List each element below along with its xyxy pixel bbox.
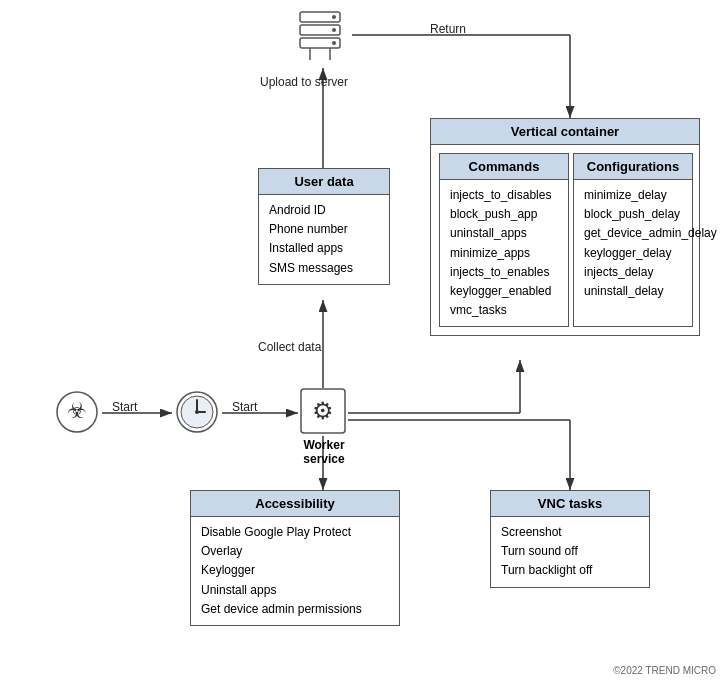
accessibility-box: Accessibility Disable Google Play Protec… bbox=[190, 490, 400, 626]
worker-service-icon: ⚙ bbox=[300, 388, 346, 434]
config-item: uninstall_delay bbox=[584, 282, 682, 301]
vnc-item: Turn backlight off bbox=[501, 561, 639, 580]
config-item: get_device_admin_delay bbox=[584, 224, 682, 243]
cmd-item: injects_to_disables bbox=[450, 186, 558, 205]
start-label-1: Start bbox=[112, 400, 137, 414]
acc-item: Uninstall apps bbox=[201, 581, 389, 600]
svg-text:⚙: ⚙ bbox=[312, 397, 334, 424]
biohazard-icon: ☣ bbox=[55, 390, 99, 434]
configurations-content: minimize_delay block_push_delay get_devi… bbox=[574, 180, 692, 307]
cmd-item: block_push_app bbox=[450, 205, 558, 224]
vertical-container-header: Vertical container bbox=[431, 119, 699, 145]
commands-content: injects_to_disables block_push_app unins… bbox=[440, 180, 568, 326]
svg-point-27 bbox=[195, 410, 199, 414]
vnc-item: Turn sound off bbox=[501, 542, 639, 561]
vnc-tasks-header: VNC tasks bbox=[491, 491, 649, 517]
server-icon bbox=[290, 10, 350, 65]
cmd-item: injects_to_enables bbox=[450, 263, 558, 282]
accessibility-content: Disable Google Play Protect Overlay Keyl… bbox=[191, 517, 399, 625]
user-data-item: SMS messages bbox=[269, 259, 379, 278]
user-data-item: Phone number bbox=[269, 220, 379, 239]
user-data-item: Android ID bbox=[269, 201, 379, 220]
acc-item: Keylogger bbox=[201, 561, 389, 580]
vnc-item: Screenshot bbox=[501, 523, 639, 542]
worker-service-label: Worker service bbox=[296, 438, 352, 466]
collect-data-label: Collect data bbox=[258, 340, 321, 354]
diagram: Upload to server Return User data Androi… bbox=[0, 0, 728, 686]
svg-text:☣: ☣ bbox=[67, 398, 87, 423]
cmd-item: minimize_apps bbox=[450, 244, 558, 263]
return-label: Return bbox=[430, 22, 466, 36]
configurations-header: Configurations bbox=[574, 154, 692, 180]
acc-item: Overlay bbox=[201, 542, 389, 561]
svg-point-18 bbox=[332, 41, 336, 45]
commands-header: Commands bbox=[440, 154, 568, 180]
user-data-box: User data Android ID Phone number Instal… bbox=[258, 168, 390, 285]
user-data-item: Installed apps bbox=[269, 239, 379, 258]
accessibility-header: Accessibility bbox=[191, 491, 399, 517]
copyright: ©2022 TREND MICRO bbox=[613, 665, 716, 676]
start-label-2: Start bbox=[232, 400, 257, 414]
config-item: keylogger_delay bbox=[584, 244, 682, 263]
vnc-tasks-content: Screenshot Turn sound off Turn backlight… bbox=[491, 517, 649, 587]
cmd-item: uninstall_apps bbox=[450, 224, 558, 243]
upload-to-server-label: Upload to server bbox=[260, 75, 348, 89]
commands-box: Commands injects_to_disables block_push_… bbox=[439, 153, 569, 327]
cmd-item: keylogger_enabled bbox=[450, 282, 558, 301]
svg-point-17 bbox=[332, 28, 336, 32]
clock-icon bbox=[175, 390, 219, 434]
config-item: minimize_delay bbox=[584, 186, 682, 205]
user-data-content: Android ID Phone number Installed apps S… bbox=[259, 195, 389, 284]
vnc-tasks-box: VNC tasks Screenshot Turn sound off Turn… bbox=[490, 490, 650, 588]
user-data-header: User data bbox=[259, 169, 389, 195]
acc-item: Get device admin permissions bbox=[201, 600, 389, 619]
config-item: injects_delay bbox=[584, 263, 682, 282]
cmd-item: vmc_tasks bbox=[450, 301, 558, 320]
configurations-box: Configurations minimize_delay block_push… bbox=[573, 153, 693, 327]
vertical-container-box: Vertical container Commands injects_to_d… bbox=[430, 118, 700, 336]
acc-item: Disable Google Play Protect bbox=[201, 523, 389, 542]
config-item: block_push_delay bbox=[584, 205, 682, 224]
svg-point-16 bbox=[332, 15, 336, 19]
